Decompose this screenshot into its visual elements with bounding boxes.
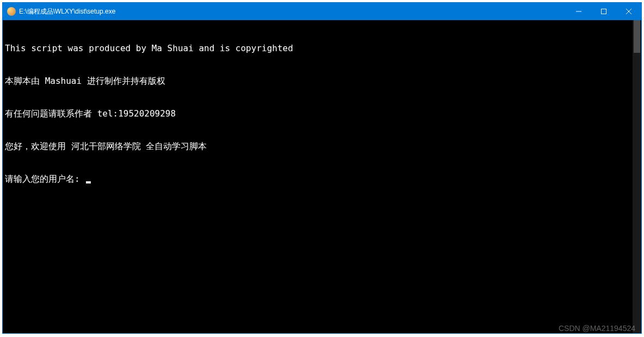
cursor-icon <box>86 181 91 183</box>
window-controls <box>566 3 641 20</box>
maximize-button[interactable] <box>591 3 616 20</box>
scrollbar-thumb[interactable] <box>634 20 640 53</box>
terminal-line: 有任何问题请联系作者 tel:19520209298 <box>5 108 630 119</box>
terminal-prompt-line: 请输入您的用户名: <box>5 174 630 185</box>
close-icon <box>626 9 631 14</box>
vertical-scrollbar[interactable] <box>633 20 641 333</box>
maximize-icon <box>601 9 606 14</box>
terminal-output[interactable]: This script was produced by Ma Shuai and… <box>3 20 633 333</box>
terminal-prompt: 请输入您的用户名: <box>5 174 85 184</box>
svg-rect-1 <box>602 9 606 14</box>
titlebar[interactable]: E:\编程成品\WLXY\dist\setup.exe <box>3 3 641 20</box>
content-area: This script was produced by Ma Shuai and… <box>3 20 641 333</box>
close-button[interactable] <box>616 3 641 20</box>
console-window: E:\编程成品\WLXY\dist\setup.exe This script … <box>2 2 642 334</box>
minimize-icon <box>576 9 581 14</box>
terminal-line: This script was produced by Ma Shuai and… <box>5 43 630 54</box>
terminal-line: 本脚本由 Mashuai 进行制作并持有版权 <box>5 76 630 87</box>
app-icon <box>7 7 16 16</box>
window-title: E:\编程成品\WLXY\dist\setup.exe <box>19 7 566 16</box>
terminal-line: 您好，欢迎使用 河北干部网络学院 全自动学习脚本 <box>5 141 630 152</box>
minimize-button[interactable] <box>566 3 591 20</box>
